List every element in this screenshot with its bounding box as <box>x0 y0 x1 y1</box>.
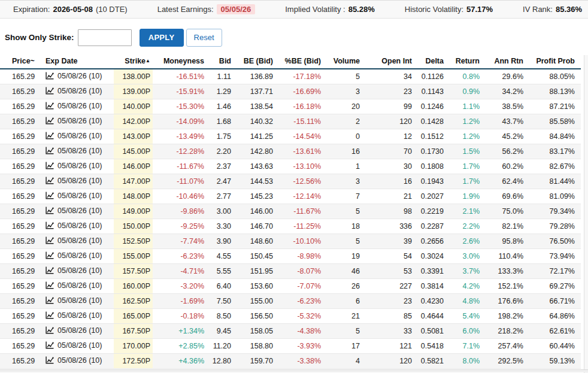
cell-return: 4.2% <box>446 278 482 293</box>
cell-pct-be-bid: -4.38% <box>275 323 323 338</box>
exp-date-text: 05/08/26 (10) <box>57 192 102 200</box>
chart-icon[interactable] <box>46 311 54 321</box>
cell-bid: 1.11 <box>207 69 234 84</box>
col-header-ann-rtn[interactable]: Ann Rtn <box>482 54 526 69</box>
cell-bid: 8.50 <box>207 308 234 323</box>
cell-strike: 143.00P <box>114 129 153 144</box>
exp-date-text: 05/08/26 (10) <box>57 117 102 125</box>
cell-moneyness: -10.46% <box>153 189 207 204</box>
horizontal-scrollbar-track[interactable] <box>0 369 588 372</box>
col-header-moneyness[interactable]: Moneyness <box>153 54 207 69</box>
cell-pct-be-bid: -13.10% <box>275 159 323 174</box>
cell-profit-prob: 84.84% <box>526 129 581 144</box>
option-row: 165.29 05/08/26 (10) 155.00P -6.23% 4.55… <box>0 248 581 263</box>
cell-return: 1.2% <box>446 129 482 144</box>
cell-strike: 165.00P <box>114 308 153 323</box>
cell-strike: 167.50P <box>114 323 153 338</box>
cell-price: 165.29 <box>0 69 42 84</box>
chart-icon[interactable] <box>46 207 54 216</box>
chart-icon[interactable] <box>46 177 54 186</box>
cell-pct-be-bid: -12.56% <box>275 174 323 189</box>
chart-icon[interactable] <box>46 296 54 306</box>
cell-moneyness: -14.09% <box>153 114 207 129</box>
cell-strike: 155.00P <box>114 248 153 263</box>
cell-exp-date: 05/08/26 (10) <box>42 204 114 219</box>
chart-icon[interactable] <box>46 326 54 336</box>
cell-delta: 0.1246 <box>414 99 446 114</box>
cell-moneyness: -4.71% <box>153 263 207 278</box>
chart-icon[interactable] <box>46 72 54 81</box>
cell-profit-prob: 87.21% <box>526 99 581 114</box>
chart-icon[interactable] <box>46 341 54 351</box>
col-header-be-bid[interactable]: BE (Bid) <box>234 54 275 69</box>
option-row: 165.29 05/08/26 (10) 138.00P -16.51% 1.1… <box>0 69 581 84</box>
col-header-profit-prob[interactable]: Profit Prob <box>526 54 581 69</box>
cell-price: 165.29 <box>0 233 42 248</box>
cell-open-int: 16 <box>362 174 414 189</box>
col-header-strike[interactable]: Strike▲ <box>114 54 153 69</box>
cell-volume: 5 <box>323 204 362 219</box>
col-header-delta[interactable]: Delta <box>414 54 446 69</box>
col-header-volume[interactable]: Volume <box>323 54 362 69</box>
vertical-scrollbar[interactable] <box>584 55 588 373</box>
chart-icon[interactable] <box>46 281 54 291</box>
chart-icon[interactable] <box>46 266 54 276</box>
cell-delta: 0.1808 <box>414 159 446 174</box>
apply-button[interactable]: APPLY <box>140 29 184 47</box>
cell-strike: 139.00P <box>114 84 153 99</box>
cell-delta: 0.1126 <box>414 69 446 84</box>
chart-icon[interactable] <box>46 251 54 261</box>
option-row: 165.29 05/08/26 (10) 146.00P -11.67% 2.3… <box>0 159 581 174</box>
cell-price: 165.29 <box>0 219 42 233</box>
cell-exp-date: 05/08/26 (10) <box>42 174 114 189</box>
cell-volume: 4 <box>323 353 362 368</box>
earnings-date-badge: 05/05/26 <box>217 4 256 14</box>
cell-price: 165.29 <box>0 308 42 323</box>
cell-exp-date: 05/08/26 (10) <box>42 263 114 278</box>
stat-label: Implied Volatility : <box>285 5 345 14</box>
cell-ann-rtn: 198.2% <box>482 308 526 323</box>
cell-return: 5.4% <box>446 308 482 323</box>
reset-button[interactable]: Reset <box>186 29 222 47</box>
cell-moneyness: -0.18% <box>153 308 207 323</box>
col-header-bid[interactable]: Bid <box>207 54 234 69</box>
cell-moneyness: -6.23% <box>153 248 207 263</box>
chart-icon[interactable] <box>46 236 54 246</box>
col-header-pct-be-bid[interactable]: %BE (Bid) <box>275 54 323 69</box>
chart-icon[interactable] <box>46 147 54 156</box>
cell-open-int: 23 <box>362 84 414 99</box>
chart-icon[interactable] <box>46 87 54 96</box>
cell-delta: 0.3814 <box>414 278 446 293</box>
cell-ann-rtn: 34.2% <box>482 84 526 99</box>
col-header-exp-date[interactable]: Exp Date <box>42 54 114 69</box>
chart-icon[interactable] <box>46 132 54 141</box>
cell-ann-rtn: 152.1% <box>482 278 526 293</box>
chart-icon[interactable] <box>46 222 54 231</box>
cell-price: 165.29 <box>0 204 42 219</box>
cell-open-int: 34 <box>362 69 414 84</box>
cell-volume: 5 <box>323 323 362 338</box>
col-header-price[interactable]: Price~ <box>0 54 42 69</box>
cell-pct-be-bid: -10.10% <box>275 233 323 248</box>
chart-icon[interactable] <box>46 162 54 171</box>
exp-date-text: 05/08/26 (10) <box>57 356 102 365</box>
chart-icon[interactable] <box>46 192 54 201</box>
cell-strike: 140.00P <box>114 99 153 114</box>
option-row: 165.29 05/08/26 (10) 149.00P -9.86% 3.00… <box>0 204 581 219</box>
exp-date-text: 05/08/26 (10) <box>57 296 102 305</box>
chart-icon[interactable] <box>46 102 54 111</box>
cell-return: 8.0% <box>446 353 482 368</box>
strike-filter-input[interactable] <box>78 29 132 46</box>
cell-ann-rtn: 75.0% <box>482 204 526 219</box>
cell-pct-be-bid: -16.69% <box>275 84 323 99</box>
cell-price: 165.29 <box>0 323 42 338</box>
cell-ann-rtn: 45.2% <box>482 129 526 144</box>
exp-date-text: 05/08/26 (10) <box>57 341 102 350</box>
exp-date-text: 05/08/26 (10) <box>57 281 102 290</box>
col-header-return[interactable]: Return <box>446 54 482 69</box>
chart-icon[interactable] <box>46 117 54 126</box>
chart-icon[interactable] <box>46 356 54 366</box>
col-header-open-int[interactable]: Open Int <box>362 54 414 69</box>
cell-volume: 21 <box>323 308 362 323</box>
cell-strike: 138.00P <box>114 69 153 84</box>
